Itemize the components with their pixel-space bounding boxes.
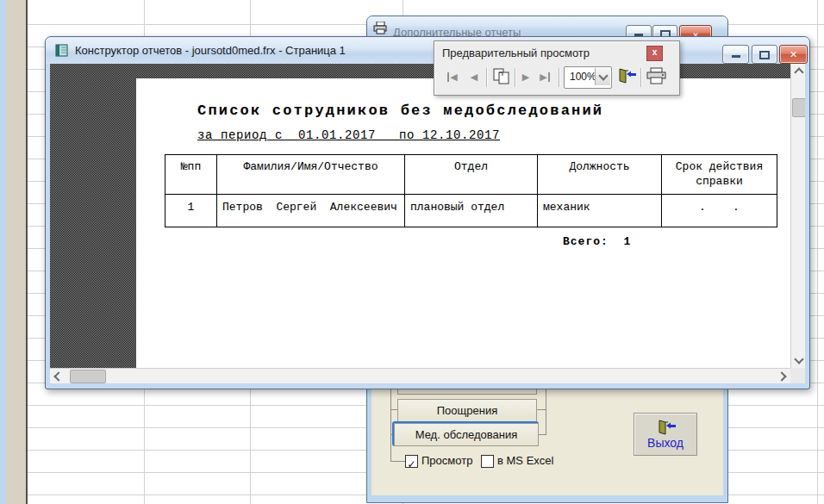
header-department: Отдел (405, 155, 538, 195)
preview-checkbox-label: Просмотр (421, 454, 472, 467)
medical-exams-button-label: Мед. обследования (415, 428, 518, 441)
zoom-dropdown-button[interactable] (595, 68, 610, 85)
previous-page-button[interactable]: ◀ (466, 70, 482, 84)
goto-page-button[interactable] (491, 67, 512, 86)
vertical-scrollbar[interactable] (790, 64, 805, 368)
zoom-combobox[interactable]: 100% (564, 66, 612, 89)
cell-name: Петров Сергей Алексеевич (217, 195, 405, 227)
cell-number: 1 (165, 195, 217, 227)
window-edge-strip (0, 0, 6, 504)
header-certificate-validity: Срок действия справки (662, 155, 777, 195)
vertical-scroll-thumb[interactable] (792, 98, 805, 117)
first-page-bar (447, 72, 449, 82)
report-window-title: Конструктор отчетов - joursotd0med.frx -… (75, 37, 346, 64)
cell-certificate-validity: . . (662, 195, 777, 227)
scroll-left-button[interactable] (50, 369, 65, 383)
tree-line (390, 409, 397, 410)
report-title: Список сотрудников без медобследований (197, 103, 603, 119)
zoom-value: 100% (570, 71, 596, 83)
horizontal-scroll-thumb[interactable] (70, 370, 106, 383)
close-button[interactable]: ✕ (779, 45, 808, 64)
toolbar-separator (559, 68, 559, 87)
first-page-button[interactable]: ◀ (443, 70, 462, 84)
cell-department: плановый отдел (405, 195, 538, 227)
toolbar-separator (640, 68, 641, 87)
chevron-down-icon (794, 354, 803, 364)
chevron-left-icon (53, 371, 63, 381)
next-page-button[interactable]: ▶ (518, 70, 534, 84)
last-page-bar (548, 72, 550, 82)
ms-excel-checkbox[interactable] (481, 455, 494, 468)
incentives-button-label: Поощрения (437, 404, 497, 417)
minimize-button[interactable] (722, 45, 749, 64)
tree-line (390, 461, 405, 462)
last-page-icon: ▶ (540, 72, 546, 82)
exit-door-icon (616, 66, 637, 85)
panel-border-line (26, 0, 28, 504)
table-row: 1 Петров Сергей Алексеевич плановый отде… (165, 195, 777, 227)
grid-column-line (817, 0, 818, 504)
scrollbar-corner-grip (790, 368, 805, 383)
report-period-line: за период с 01.01.2017 по 12.10.2017 (197, 128, 500, 142)
print-button[interactable] (646, 67, 668, 85)
ms-excel-checkbox-label: в MS Excel (497, 454, 553, 467)
exit-door-icon (656, 419, 677, 436)
report-designer-window: Конструктор отчетов - joursotd0med.frx -… (45, 36, 810, 389)
close-preview-button[interactable] (616, 66, 637, 85)
chevron-down-icon (598, 71, 608, 80)
report-preview-area: Список сотрудников без медобследований з… (50, 64, 805, 383)
preview-close-button[interactable]: x (646, 46, 663, 61)
header-position: Должность (538, 155, 662, 195)
desktop: Дополнительные отчеты ✕ Отпуска Поощрени… (0, 0, 824, 504)
medical-exams-report-button[interactable]: Мед. обследования (394, 423, 539, 446)
printer-icon (646, 67, 668, 85)
printer-icon (373, 22, 388, 34)
preview-toolbar-window: Предварительный просмотр x ◀ ◀ ▶ ▶ (434, 40, 680, 96)
preview-checkbox[interactable]: ✓ (405, 455, 418, 468)
close-icon: x (652, 47, 658, 57)
report-notebook-icon (55, 44, 68, 57)
chevron-right-icon (777, 371, 786, 381)
exit-button-label: Выход (634, 436, 696, 450)
maximize-glyph (759, 51, 770, 59)
report-window-titlebar[interactable]: Конструктор отчетов - joursotd0med.frx -… (46, 37, 809, 64)
report-total: Всего: 1 (563, 235, 631, 248)
maximize-button[interactable] (752, 45, 777, 64)
preview-toolbar-title: Предварительный просмотр (442, 47, 590, 59)
header-number: №пп (165, 155, 217, 195)
next-page-icon: ▶ (522, 72, 529, 82)
incentives-report-button[interactable]: Поощрения (397, 399, 537, 422)
close-icon: ✕ (790, 49, 797, 59)
minimize-glyph (732, 55, 740, 58)
pages-icon (491, 67, 512, 86)
chevron-up-icon (794, 67, 803, 77)
report-page: Список сотрудников без медобследований з… (136, 78, 795, 368)
scroll-down-button[interactable] (791, 353, 805, 368)
scroll-right-button[interactable] (776, 369, 790, 383)
toolbar-separator (486, 68, 487, 87)
table-header-row: №пп Фамилия/Имя/Отчество Отдел Должность… (165, 155, 777, 195)
scroll-up-button[interactable] (791, 64, 805, 78)
report-table: №пп Фамилия/Имя/Отчество Отдел Должность… (165, 154, 777, 227)
first-page-icon: ◀ (450, 72, 457, 82)
exit-button[interactable]: Выход (634, 413, 697, 456)
horizontal-scrollbar[interactable] (50, 368, 790, 383)
panel-strip (6, 0, 26, 504)
check-icon: ✓ (407, 458, 415, 470)
cell-position: механик (538, 195, 662, 227)
medical-exams-button-focus-ring: Мед. обследования (392, 421, 539, 446)
toolbar-separator (515, 68, 515, 87)
last-page-button[interactable]: ▶ (535, 70, 554, 84)
header-name: Фамилия/Имя/Отчество (217, 155, 405, 195)
previous-page-icon: ◀ (471, 72, 478, 82)
